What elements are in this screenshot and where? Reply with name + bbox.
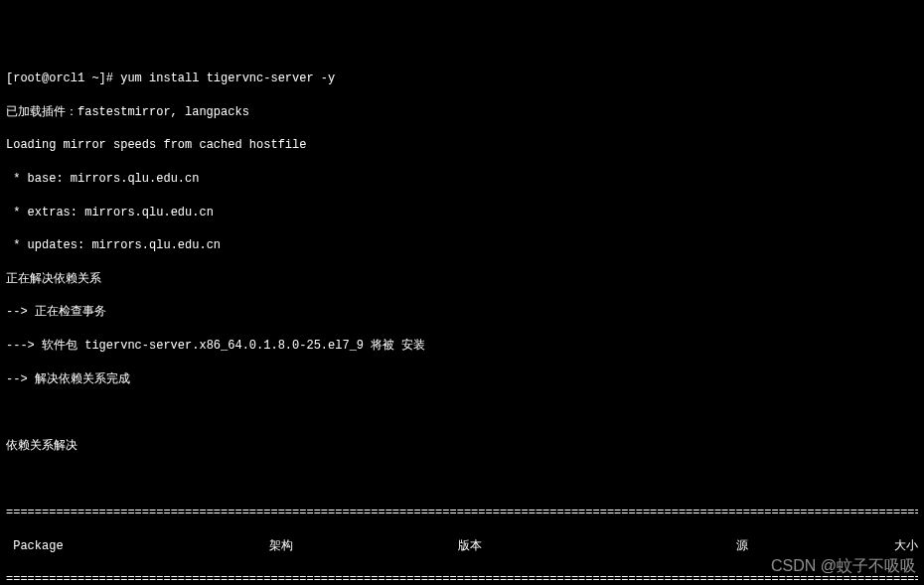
col-package-header: Package xyxy=(6,538,269,555)
check-trans: --> 正在检查事务 xyxy=(6,304,918,321)
resolving-deps: 正在解决依赖关系 xyxy=(6,271,918,288)
prompt-line: [root@orcl1 ~]# yum install tigervnc-ser… xyxy=(6,71,918,87)
separator-top: ========================================… xyxy=(6,505,918,521)
col-version-header: 版本 xyxy=(458,538,736,555)
loading-mirror: Loading mirror speeds from cached hostfi… xyxy=(6,137,918,154)
col-repo-header: 源 xyxy=(736,538,875,555)
col-arch-header: 架构 xyxy=(269,538,458,555)
blank-1 xyxy=(6,404,918,421)
package-to-install: ---> 软件包 tigervnc-server.x86_64.0.1.8.0-… xyxy=(6,338,918,355)
deps-resolved: --> 解决依赖关系完成 xyxy=(6,371,918,388)
mirror-updates: * updates: mirrors.qlu.edu.cn xyxy=(6,237,918,254)
deps-solution-header: 依赖关系解决 xyxy=(6,438,918,455)
plugins-line: 已加载插件：fastestmirror, langpacks xyxy=(6,104,918,121)
table-header: Package 架构 版本 源 大小 xyxy=(6,538,918,555)
watermark: CSDN @蚊子不吸吸 xyxy=(771,555,916,577)
mirror-base: * base: mirrors.qlu.edu.cn xyxy=(6,171,918,188)
mirror-extras: * extras: mirrors.qlu.edu.cn xyxy=(6,205,918,221)
blank-2 xyxy=(6,471,918,488)
col-size-header: 大小 xyxy=(875,538,918,555)
